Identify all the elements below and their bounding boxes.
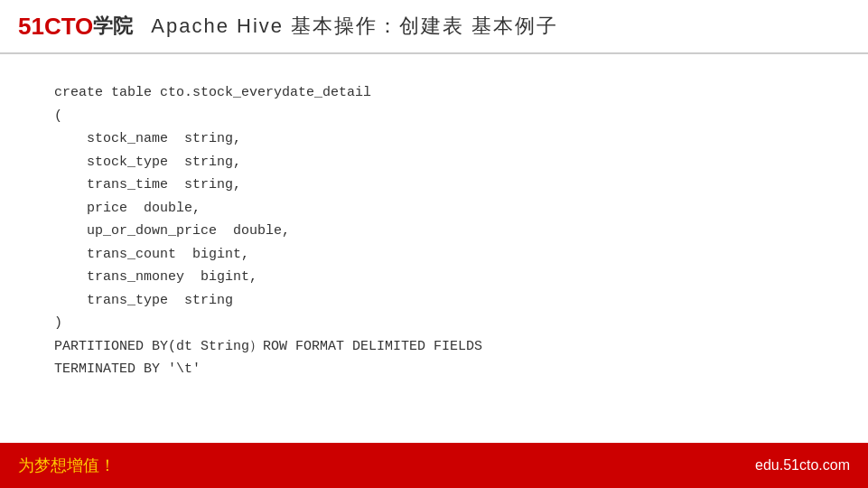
logo-xueyuan: 学院 [93,13,133,40]
code-line: price double, [54,197,814,221]
page-title: Apache Hive 基本操作：创建表 基本例子 [151,13,558,40]
code-line: ) [54,312,814,335]
code-line: PARTITIONED BY(dt String）ROW FORMAT DELI… [54,335,814,359]
main-content: create table cto.stock_everydate_detail(… [0,54,868,443]
code-line: stock_name string, [54,127,814,151]
header: 51CTO 学院 Apache Hive 基本操作：创建表 基本例子 [0,0,868,54]
code-line: ( [54,105,814,128]
footer-url: edu.51cto.com [755,457,850,474]
footer-slogan: 为梦想增值！ [18,455,116,476]
code-block: create table cto.stock_everydate_detail(… [54,81,814,381]
code-line: up_or_down_price double, [54,220,814,243]
code-line: stock_type string, [54,151,814,174]
code-line: trans_time string, [54,174,814,197]
code-line: trans_nmoney bigint, [54,266,814,289]
logo-51cto: 51CTO [18,13,93,41]
code-line: trans_count bigint, [54,243,814,267]
code-line: trans_type string [54,289,814,313]
footer: 为梦想增值！ edu.51cto.com [0,443,868,488]
code-line: TERMINATED BY '\t' [54,358,814,381]
logo-container: 51CTO 学院 [18,13,133,41]
code-line: create table cto.stock_everydate_detail [54,81,814,105]
